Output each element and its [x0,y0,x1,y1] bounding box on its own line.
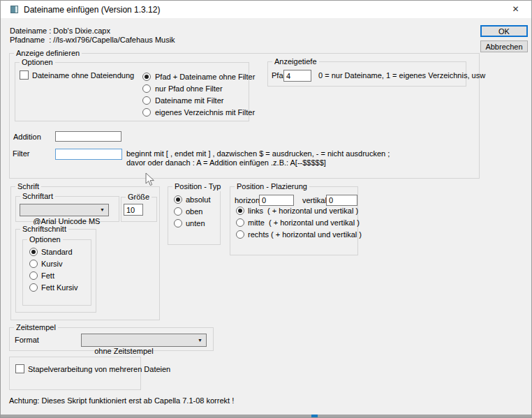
radio-kursiv-label: Kursiv [41,260,63,269]
app-icon [10,6,18,13]
addition-label: Addition [13,133,41,142]
groupbox-anzeigetiefe-title: Anzeigetiefe [272,57,319,66]
close-icon[interactable]: ✕ [500,1,531,18]
radio-fett-label: Fett [41,271,54,281]
radio-unten-label: unten [186,219,205,228]
filter-input[interactable] [55,149,122,160]
chevron-down-icon: ▼ [198,335,202,346]
pfadtiefe-hint: 0 = nur Dateiname, 1 = eigenes Verzeichn… [318,71,485,80]
vertikal-label: vertikal [302,196,327,205]
radio-rechts-label: rechts ( + horizontal und vertikal ) [248,230,362,239]
dateiname-text: Dateiname : Dob's Dixie.capx [10,27,110,36]
pfadname-text: Pfadname : //ls-wxl796/Capella/Cafehaus … [10,36,175,45]
taskbar-peek [311,415,318,418]
mouse-cursor-icon [145,172,156,187]
addition-input[interactable] [55,131,121,142]
groupbox-schriftart-title: Schriftart [20,192,55,201]
radio-mitte-label: mitte ( + horizontal und vertikal ) [248,218,360,227]
groupbox-zeitstempel-title: Zeitstempel [14,323,58,332]
format-label: Format [15,336,39,345]
cancel-button[interactable]: Abbrechen [480,40,528,52]
checkbox-dateiname-ohne-dateiendung-label: Dateiname ohne Dateiendung [32,71,134,80]
radio-kursiv[interactable] [29,260,38,268]
radio-eigenes-verzeichnis[interactable] [142,108,151,117]
ok-button[interactable]: OK [480,25,528,37]
schriftart-dropdown[interactable]: @Arial Unicode MS ▼ [20,204,109,216]
window-title: Dateiname einfügen (Version 1.3.12) [24,5,160,15]
zeitstempel-format-dropdown[interactable]: ohne Zeitstempel ▼ [81,334,207,347]
filter-hint-line1: beginnt mit [ , endet mit ] , dazwischen… [126,149,390,158]
radio-links[interactable] [236,207,244,215]
radio-pfad-plus-dateiname[interactable] [142,73,151,81]
filter-hint-line2: davor oder danach : A = Addition einfüge… [126,158,326,167]
radio-links-label: links ( + horizontal und vertikal ) [248,207,358,216]
radio-fett[interactable] [29,271,38,280]
filter-label: Filter [13,149,29,158]
checkbox-stapelverarbeitung[interactable] [15,364,24,373]
checkbox-dateiname-ohne-dateiendung[interactable] [20,70,29,80]
horizontal-input[interactable] [259,195,294,206]
radio-standard-label: Standard [41,248,73,257]
radio-pfad-plus-dateiname-label: Pfad + Dateiname ohne Filter [155,73,255,82]
vertikal-input[interactable] [326,195,357,206]
radio-rechts[interactable] [236,230,244,239]
checkbox-stapelverarbeitung-label: Stapelverarbeitung von mehreren Dateien [28,365,170,374]
groesse-input[interactable] [124,204,143,216]
groupbox-anzeige-title: Anzeige definieren [14,49,82,58]
radio-oben-label: oben [186,207,202,216]
radio-unten[interactable] [174,219,182,227]
chevron-down-icon: ▼ [100,204,105,216]
radio-fett-kursiv[interactable] [29,283,38,292]
groupbox-position-typ-title: Position - Typ [172,182,223,191]
radio-dateiname-mit-filter[interactable] [142,96,151,105]
warning-text: Achtung: Dieses Skript funktioniert erst… [9,396,234,405]
radio-nur-pfad-label: nur Pfad ohne Filter [155,84,223,94]
groupbox-schriftschnitt-title: Schriftschnitt [20,225,68,234]
groupbox-groesse-title: Größe [126,193,152,202]
radio-standard[interactable] [29,248,38,256]
zeitstempel-format-value: ohne Zeitstempel [94,347,153,355]
radio-mitte[interactable] [236,218,244,227]
groupbox-schriftschnitt-optionen-title: Optionen [27,235,63,244]
groupbox-position-plazierung-title: Position - Plazierung [235,182,309,191]
dialog-window: Dateiname einfügen (Version 1.3.12) ✕ Da… [0,0,532,418]
radio-absolut-label: absolut [186,195,210,204]
radio-oben[interactable] [174,207,182,216]
radio-dateiname-mit-filter-label: Dateiname mit Filter [155,96,223,105]
radio-eigenes-verzeichnis-label: eigenes Verzeichnis mit Filter [155,108,255,117]
groupbox-optionen-title: Optionen [20,58,55,67]
radio-absolut[interactable] [174,195,182,204]
titlebar: Dateiname einfügen (Version 1.3.12) ✕ [1,1,531,18]
radio-nur-pfad[interactable] [142,84,151,93]
radio-fett-kursiv-label: Fett Kursiv [41,283,78,292]
window-bottom-edge [1,415,531,418]
groupbox-schrift-title: Schrift [15,182,41,191]
pfadtiefe-input[interactable] [283,70,311,82]
